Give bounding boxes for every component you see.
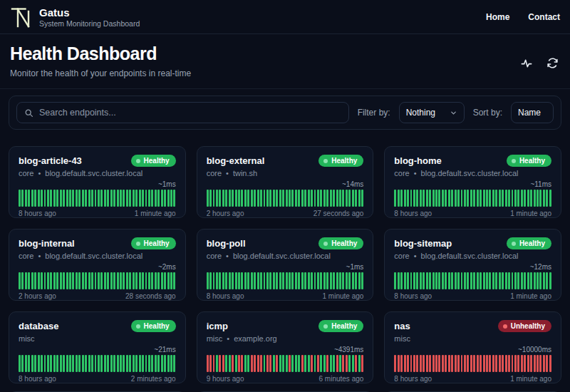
uptime-bar — [295, 272, 297, 289]
uptime-bar — [167, 355, 170, 372]
uptime-bar — [244, 355, 247, 372]
uptime-bar — [346, 190, 348, 207]
endpoint-card[interactable]: blog-article-43 Healthy core • blog.defa… — [9, 146, 186, 218]
uptime-bar — [423, 190, 425, 207]
uptime-bar — [151, 355, 153, 372]
uptime-bar — [161, 272, 163, 289]
uptime-bar — [508, 355, 510, 372]
uptime-bar — [348, 355, 351, 372]
endpoint-card[interactable]: blog-internal Healthy core • blog.defaul… — [9, 229, 186, 301]
response-time: ~21ms — [19, 346, 176, 354]
uptime-bar — [464, 190, 466, 207]
uptime-bar — [100, 190, 103, 207]
uptime-bar — [339, 272, 341, 289]
uptime-bar — [317, 272, 319, 289]
endpoint-card[interactable]: icmp Healthy misc • example.org ~4391ms … — [197, 311, 374, 383]
sort-dropdown[interactable]: Name — [511, 102, 554, 123]
uptime-bar — [346, 272, 348, 289]
uptime-bar — [534, 190, 536, 207]
uptime-bar — [170, 190, 172, 207]
uptime-bar — [286, 272, 288, 289]
uptime-bar — [473, 355, 475, 372]
response-time: ~11ms — [394, 180, 551, 188]
uptime-bar — [530, 272, 532, 289]
uptime-bar — [352, 272, 354, 289]
uptime-bar — [320, 190, 322, 207]
uptime-bar — [129, 190, 131, 207]
endpoint-card[interactable]: blog-poll Healthy core • blog.default.sv… — [197, 229, 374, 301]
search-input[interactable] — [39, 108, 341, 118]
uptime-bar — [38, 272, 40, 289]
status-badge: Healthy — [318, 320, 363, 332]
endpoint-group: core — [394, 169, 409, 177]
uptime-bar — [333, 272, 335, 289]
status-dot-icon — [323, 324, 328, 329]
uptime-bar — [28, 272, 30, 289]
uptime-bar — [505, 355, 507, 372]
search-box[interactable] — [16, 102, 349, 123]
uptime-bar — [107, 190, 109, 207]
uptime-bar — [420, 355, 422, 372]
nav-link-home[interactable]: Home — [486, 12, 509, 22]
newest-timestamp: 1 minute ago — [323, 292, 364, 300]
uptime-bar — [110, 190, 113, 207]
status-badge: Healthy — [318, 155, 363, 167]
uptime-bar — [398, 355, 400, 372]
uptime-bar — [235, 190, 237, 207]
uptime-bar — [308, 355, 310, 372]
uptime-bar — [133, 272, 135, 289]
uptime-bar — [426, 190, 428, 207]
uptime-bar — [85, 272, 87, 289]
uptime-bar — [110, 355, 113, 372]
endpoint-target: example.org — [234, 334, 277, 343]
uptime-bar — [273, 190, 275, 207]
uptime-bar — [521, 272, 523, 289]
endpoint-card[interactable]: blog-external Healthy core • twin.sh ~14… — [197, 146, 374, 218]
uptime-bar — [82, 272, 84, 289]
uptime-bar — [123, 355, 125, 372]
uptime-bar — [117, 272, 119, 289]
uptime-bar — [546, 355, 548, 372]
uptime-bar — [225, 355, 227, 372]
uptime-bar — [157, 190, 160, 207]
uptime-bar — [483, 355, 485, 372]
endpoint-card[interactable]: database Healthy misc ~21ms 8 hours ago … — [9, 311, 186, 383]
separator-dot: • — [227, 334, 229, 343]
endpoint-card[interactable]: nas Unhealthy misc ~10000ms 8 hours ago … — [384, 311, 561, 383]
uptime-bar — [336, 355, 338, 372]
activity-icon[interactable] — [521, 58, 532, 69]
uptime-bar — [209, 355, 212, 372]
uptime-bar — [155, 190, 157, 207]
endpoint-group: core — [19, 169, 33, 177]
uptime-bar — [247, 355, 249, 372]
nav-link-contact[interactable]: Contact — [528, 12, 560, 22]
uptime-bar — [91, 355, 93, 372]
uptime-bar — [161, 190, 163, 207]
uptime-bar — [260, 190, 262, 207]
filter-dropdown[interactable]: Nothing — [399, 102, 465, 123]
endpoint-card[interactable]: blog-home Healthy core • blog.default.sv… — [384, 146, 561, 218]
refresh-icon[interactable] — [546, 57, 559, 69]
endpoint-name: blog-sitemap — [394, 238, 452, 249]
uptime-bar — [445, 355, 447, 372]
page-title: Health Dashboard — [10, 43, 560, 64]
response-time: ~12ms — [394, 263, 551, 271]
uptime-bar — [254, 190, 256, 207]
oldest-timestamp: 8 hours ago — [394, 292, 432, 300]
uptime-bar — [78, 272, 81, 289]
uptime-bar — [407, 355, 409, 372]
endpoint-name: blog-poll — [207, 238, 246, 249]
separator-dot: • — [38, 252, 41, 260]
uptime-bar — [219, 355, 221, 372]
endpoint-name: blog-internal — [19, 238, 75, 249]
status-badge: Healthy — [507, 237, 551, 249]
uptime-bar — [157, 272, 160, 289]
uptime-bar — [50, 190, 52, 207]
uptime-bar — [207, 272, 209, 289]
endpoint-card[interactable]: blog-sitemap Healthy core • blog.default… — [384, 229, 561, 301]
endpoint-name: icmp — [207, 321, 228, 331]
uptime-bar — [254, 355, 256, 372]
uptime-bar — [301, 272, 304, 289]
uptime-bar — [279, 272, 281, 289]
uptime-bar — [167, 190, 170, 207]
